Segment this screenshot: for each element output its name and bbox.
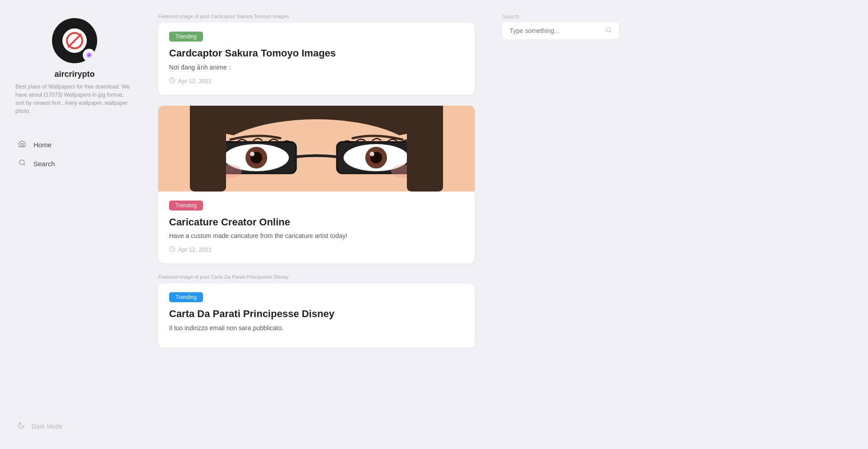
- sparkle-icon: [85, 51, 93, 59]
- featured-label-1: Featured image of post Cardcaptor Sakura…: [158, 14, 475, 19]
- dark-mode-icon: [17, 421, 25, 431]
- post-subtitle-1: Nơi đang ảnh anime :: [169, 64, 464, 71]
- search-box: [502, 22, 619, 40]
- post-title-1: Cardcaptor Sakura Tomoyo Images: [169, 47, 464, 60]
- search-icon-right: [605, 27, 612, 35]
- post-card-1-body: Trending Cardcaptor Sakura Tomoyo Images…: [158, 23, 475, 95]
- sidebar-item-home[interactable]: Home: [14, 135, 136, 154]
- sidebar: aircrirypto Best place of Wallpapers for…: [0, 0, 149, 449]
- featured-label-3: Featured image of post Carta Da Parati P…: [158, 274, 475, 280]
- svg-line-3: [24, 164, 25, 165]
- avatar-icon-bg: [62, 28, 87, 53]
- search-section-label: Search: [502, 14, 619, 20]
- post-title-2: Caricature Creator Online: [169, 216, 464, 229]
- svg-point-20: [370, 152, 374, 156]
- main-content: Featured image of post Cardcaptor Sakura…: [149, 0, 493, 449]
- svg-line-27: [610, 31, 611, 33]
- home-label: Home: [33, 141, 52, 149]
- svg-point-19: [250, 152, 255, 156]
- search-input[interactable]: [509, 27, 602, 34]
- post-subtitle-3: Il tuo indirizzo email non sara pubblica…: [169, 324, 464, 332]
- svg-rect-24: [407, 128, 443, 192]
- right-sidebar: Search: [493, 0, 628, 449]
- clock-icon-1: [169, 77, 175, 85]
- clock-icon-2: [169, 246, 175, 253]
- sidebar-item-search[interactable]: Search: [14, 154, 136, 173]
- post-date-2: Apr 12, 2021: [178, 246, 212, 253]
- post-date-1: Apr 12, 2021: [178, 78, 212, 84]
- post-card-2[interactable]: Trending Caricature Creator Online Have …: [158, 106, 475, 264]
- site-name: aircrirypto: [54, 70, 94, 79]
- trending-badge-1: Trending: [169, 32, 203, 42]
- post-card-1[interactable]: Trending Cardcaptor Sakura Tomoyo Images…: [158, 23, 475, 95]
- search-label: Search: [33, 160, 55, 168]
- trending-badge-2: Trending: [169, 201, 203, 210]
- search-container: Search: [502, 14, 619, 40]
- search-icon: [17, 159, 27, 168]
- post-meta-1: Apr 12, 2021: [169, 77, 464, 85]
- post-meta-2: Apr 12, 2021: [169, 246, 464, 253]
- avatar: [52, 18, 97, 63]
- avatar-badge: [83, 49, 95, 61]
- post-card-2-body: Trending Caricature Creator Online Have …: [158, 192, 475, 264]
- avatar-wrapper: aircrirypto Best place of Wallpapers for…: [14, 18, 136, 115]
- dark-mode-label: Dark Mode: [32, 423, 62, 430]
- sidebar-footer: Dark Mode: [14, 399, 136, 435]
- sidebar-nav: Home Search: [14, 135, 136, 173]
- site-description: Best place of Wallpapers for free downlo…: [14, 83, 136, 115]
- caricature-image: [158, 106, 475, 192]
- home-icon: [17, 140, 27, 150]
- post-card-3-body: Trending Carta Da Parati Principesse Dis…: [158, 283, 475, 348]
- caricature-svg: [158, 106, 475, 192]
- post-subtitle-2: Have a custom made caricature from the c…: [169, 232, 464, 239]
- svg-point-1: [88, 54, 90, 56]
- svg-rect-23: [190, 128, 226, 192]
- no-sign-icon: [66, 32, 83, 49]
- trending-badge-3: Trending: [169, 292, 203, 302]
- post-card-3[interactable]: Trending Carta Da Parati Principesse Dis…: [158, 283, 475, 348]
- post-title-3: Carta Da Parati Principesse Disney: [169, 308, 464, 321]
- dark-mode-toggle[interactable]: Dark Mode: [14, 417, 136, 435]
